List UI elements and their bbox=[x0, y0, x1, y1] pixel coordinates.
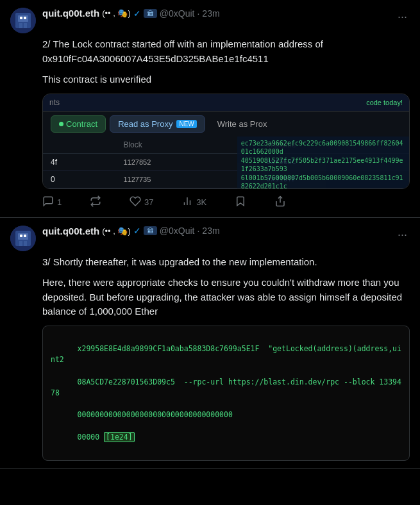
svg-rect-14 bbox=[19, 241, 22, 246]
reply-button[interactable]: 1 bbox=[42, 195, 62, 210]
tweet-2-text-1: 3/ Shortly thereafter, it was upgraded t… bbox=[42, 255, 410, 270]
tweet-2: quit.q00t.eth (•• , 🎭) ✓ 🏛 @0xQuit · 23m… bbox=[0, 218, 420, 470]
verified-icon: ✓ bbox=[133, 8, 141, 19]
card-header-right: code today! bbox=[366, 99, 403, 106]
handle-1[interactable]: @0xQuit bbox=[160, 8, 195, 19]
views-button[interactable]: 3K bbox=[181, 195, 206, 210]
terminal-line-4-prefix: 00000 bbox=[78, 433, 105, 442]
emojis-2: (•• , 🎭) bbox=[102, 226, 131, 236]
terminal-line-3: 00000000000000000000000000000000000 bbox=[78, 410, 233, 419]
tweet-2-meta: quit.q00t.eth (•• , 🎭) ✓ 🏛 @0xQuit · 23m bbox=[42, 226, 389, 236]
tab-contract-label: Contract bbox=[66, 119, 97, 129]
row-id-2: 0 bbox=[43, 170, 115, 188]
terminal-line-2: 08A5CD7e228701563D09c5 --rpc-url https:/… bbox=[51, 377, 401, 397]
reply-icon bbox=[42, 195, 54, 210]
tweet-2-header: quit.q00t.eth (•• , 🎭) ✓ 🏛 @0xQuit · 23m… bbox=[10, 226, 410, 251]
card-header-left: nts bbox=[49, 98, 60, 107]
retweet-button[interactable] bbox=[90, 195, 101, 210]
implementation-table-section: Block Impleme 4f 1127852 0xf563C 0 11277… bbox=[43, 137, 409, 188]
svg-rect-2 bbox=[18, 15, 28, 22]
like-count: 37 bbox=[144, 197, 153, 207]
tweet-1-meta: quit.q00t.eth (•• , 🎭) ✓ 🏛 @0xQuit · 23m bbox=[42, 8, 389, 19]
tab-write-label: Write as Prox bbox=[217, 119, 267, 129]
svg-rect-15 bbox=[24, 241, 27, 246]
share-button[interactable] bbox=[274, 195, 286, 210]
tab-proxy-label: Read as Proxy bbox=[118, 119, 172, 129]
svg-rect-16 bbox=[20, 235, 22, 237]
label-badge: 🏛 bbox=[144, 9, 157, 18]
svg-rect-4 bbox=[24, 23, 27, 28]
tweet-2-body: 3/ Shortly thereafter, it was upgraded t… bbox=[10, 255, 410, 461]
views-count: 3K bbox=[196, 197, 206, 207]
like-button[interactable]: 37 bbox=[130, 195, 153, 210]
avatar-2[interactable] bbox=[10, 226, 36, 251]
views-icon bbox=[181, 195, 193, 210]
contract-dot bbox=[59, 122, 63, 126]
tweet-1: quit.q00t.eth (•• , 🎭) ✓ 🏛 @0xQuit · 23m… bbox=[0, 0, 420, 218]
tweet-1-text-2: This contract is unverified bbox=[42, 72, 410, 87]
time-1: 23m bbox=[202, 8, 219, 19]
more-options-button[interactable]: ··· bbox=[395, 8, 410, 26]
tweet-1-body: 2/ The Lock contract started off with an… bbox=[10, 37, 410, 210]
row-id-1: 4f bbox=[43, 153, 115, 170]
tweet-1-text-1: 2/ The Lock contract started off with an… bbox=[42, 37, 410, 66]
reply-count: 1 bbox=[57, 197, 62, 207]
tab-read-proxy[interactable]: Read as Proxy NEW bbox=[110, 115, 205, 133]
sep-1: · bbox=[197, 8, 199, 19]
terminal-highlight: [1e24] bbox=[104, 432, 135, 442]
contract-card: nts code today! Contract Read as Proxy N… bbox=[42, 94, 410, 189]
terminal-block: x29958E8E4d8a9899CF1a0aba5883D8c7699a5E1… bbox=[42, 326, 410, 461]
tab-new-badge: NEW bbox=[176, 120, 196, 128]
display-name-2[interactable]: quit.q00t.eth bbox=[42, 226, 99, 236]
tweet-2-text-2: Here, there were appropriate checks to e… bbox=[42, 276, 410, 319]
col-id bbox=[43, 137, 115, 154]
svg-rect-3 bbox=[19, 23, 22, 28]
sep-2: · bbox=[197, 226, 199, 236]
emojis-1: (•• , 🎭) bbox=[102, 8, 131, 18]
code-overlay-panel: ec73e23a9662efc9c229c6a009081549866ff826… bbox=[237, 137, 409, 188]
handle-2[interactable]: @0xQuit bbox=[160, 226, 195, 236]
contract-tabs: Contract Read as Proxy NEW Write as Prox bbox=[43, 111, 409, 137]
terminal-line-1: x29958E8E4d8a9899CF1a0aba5883D8c7699a5E1… bbox=[51, 344, 401, 364]
bookmark-icon bbox=[235, 195, 246, 210]
label-badge-2: 🏛 bbox=[144, 226, 157, 235]
tab-write-proxy[interactable]: Write as Prox bbox=[209, 115, 276, 133]
verified-icon-2: ✓ bbox=[133, 226, 141, 236]
avatar[interactable] bbox=[10, 8, 36, 33]
like-icon bbox=[130, 195, 141, 210]
avatar-image-2 bbox=[10, 226, 36, 251]
svg-rect-13 bbox=[18, 233, 28, 240]
bookmark-button[interactable] bbox=[235, 195, 246, 210]
share-icon bbox=[274, 195, 286, 210]
display-name[interactable]: quit.q00t.eth bbox=[42, 8, 99, 19]
more-options-button-2[interactable]: ··· bbox=[395, 226, 410, 244]
tweet-1-actions: 1 37 bbox=[42, 195, 286, 210]
retweet-icon bbox=[90, 195, 101, 210]
svg-rect-5 bbox=[20, 17, 22, 19]
time-2: 23m bbox=[202, 226, 219, 236]
svg-rect-6 bbox=[24, 17, 26, 19]
tab-contract[interactable]: Contract bbox=[51, 115, 106, 133]
svg-rect-17 bbox=[24, 235, 26, 237]
tweet-1-header: quit.q00t.eth (•• , 🎭) ✓ 🏛 @0xQuit · 23m… bbox=[10, 8, 410, 33]
avatar-image bbox=[10, 8, 36, 33]
